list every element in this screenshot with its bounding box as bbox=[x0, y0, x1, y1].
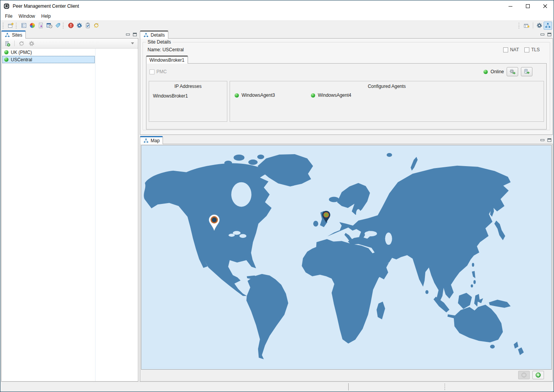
site-details-group-title: Site Details bbox=[146, 39, 173, 45]
report-lightning-icon bbox=[38, 22, 44, 29]
maximize-view-button[interactable] bbox=[546, 31, 553, 38]
clipboard-check-icon bbox=[85, 22, 91, 29]
zoom-in-icon bbox=[535, 372, 541, 378]
menu-file[interactable]: File bbox=[2, 13, 15, 20]
zoom-out-button[interactable] bbox=[518, 371, 530, 379]
broker-status-label: Online bbox=[490, 69, 504, 74]
refresh-button[interactable] bbox=[92, 22, 101, 30]
agent-item[interactable]: WindowsAgent3 bbox=[235, 93, 311, 98]
site-label: UK (PMC) bbox=[11, 50, 32, 55]
broker-panel: PMC Online bbox=[146, 63, 547, 130]
tag-icon bbox=[55, 22, 61, 29]
pmc-checkbox[interactable]: PMC bbox=[149, 69, 167, 74]
toolbar-grip bbox=[63, 23, 65, 29]
minimize-view-button[interactable] bbox=[539, 31, 546, 38]
site-name: Name: USCentral bbox=[148, 47, 184, 52]
form-button[interactable] bbox=[20, 22, 28, 30]
maximize-view-icon bbox=[547, 138, 551, 142]
broker-launch-button[interactable] bbox=[521, 67, 532, 76]
map-panel-body bbox=[140, 144, 553, 382]
broker-settings-button[interactable] bbox=[507, 67, 518, 76]
menubar: File Window Help bbox=[0, 12, 554, 20]
server-arrow-icon bbox=[523, 69, 530, 75]
pmc-checkbox-label: PMC bbox=[156, 69, 167, 74]
agent-item[interactable]: WindowsAgent4 bbox=[311, 93, 387, 98]
pie-chart-button[interactable] bbox=[28, 22, 37, 30]
status-online-icon bbox=[4, 50, 8, 54]
minimize-icon bbox=[508, 4, 513, 8]
status-bar-divider bbox=[348, 383, 349, 390]
pie-chart-icon bbox=[29, 22, 35, 29]
tab-details[interactable]: Details bbox=[140, 30, 168, 39]
view-menu-icon[interactable] bbox=[131, 42, 134, 44]
sites-panel-header: Sites bbox=[1, 30, 138, 39]
maximize-view-icon bbox=[133, 33, 137, 36]
right-column: Details Site Details Name: USCentral bbox=[140, 30, 553, 382]
maximize-icon bbox=[525, 4, 530, 8]
site-row-uscentral[interactable]: USCentral bbox=[2, 56, 95, 63]
world-map-svg[interactable] bbox=[141, 145, 551, 369]
site-label: USCentral bbox=[11, 57, 32, 62]
sites-panel: Sites bbox=[1, 30, 138, 382]
tab-windowsbroker1[interactable]: WindowsBroker1 bbox=[146, 56, 188, 64]
tls-checkbox-box[interactable] bbox=[524, 47, 529, 52]
site-settings-button[interactable] bbox=[27, 40, 36, 47]
details-panel-body: Site Details Name: USCentral NAT TLS bbox=[140, 38, 553, 135]
add-site-button[interactable] bbox=[3, 40, 12, 47]
topology-perspective-button[interactable] bbox=[544, 22, 552, 30]
zoom-in-button[interactable] bbox=[532, 371, 544, 379]
toolbar-grip bbox=[519, 23, 521, 29]
sync-icon bbox=[18, 40, 25, 47]
preferences-button[interactable] bbox=[535, 22, 544, 30]
tab-details-label: Details bbox=[151, 32, 165, 38]
minimize-view-icon bbox=[541, 139, 544, 141]
maximize-view-icon bbox=[547, 33, 551, 36]
minimize-button[interactable] bbox=[502, 0, 519, 12]
agent-label: WindowsAgent4 bbox=[318, 93, 351, 98]
pmc-checkbox-box[interactable] bbox=[149, 69, 154, 74]
maximize-view-button[interactable] bbox=[131, 31, 138, 38]
maximize-button[interactable] bbox=[519, 0, 536, 12]
nat-checkbox[interactable]: NAT bbox=[503, 47, 519, 52]
minimize-view-button[interactable] bbox=[539, 136, 546, 143]
maximize-view-button[interactable] bbox=[546, 136, 553, 143]
topology-icon bbox=[143, 32, 149, 38]
tab-map[interactable]: Map bbox=[140, 136, 163, 144]
tab-map-label: Map bbox=[151, 138, 159, 143]
tag-button[interactable] bbox=[54, 22, 62, 30]
sync-icon bbox=[93, 22, 99, 29]
reconnect-button[interactable] bbox=[17, 40, 26, 47]
status-bar-grip[interactable] bbox=[445, 384, 445, 390]
open-perspective-button[interactable] bbox=[522, 22, 531, 30]
close-button[interactable] bbox=[536, 0, 554, 12]
sites-tree[interactable]: UK (PMC) USCentral bbox=[2, 49, 138, 381]
sites-toolbar bbox=[2, 39, 138, 49]
alert-icon bbox=[68, 22, 74, 29]
calendar-button[interactable] bbox=[45, 22, 54, 30]
minimize-view-button[interactable] bbox=[124, 31, 131, 38]
agents-row: WindowsAgent3 WindowsAgent4 bbox=[230, 93, 544, 98]
map-footer bbox=[141, 370, 552, 380]
tls-checkbox[interactable]: TLS bbox=[524, 47, 540, 52]
map-panel: Map bbox=[140, 136, 553, 382]
broker-top-row: PMC Online bbox=[146, 64, 546, 76]
menu-window[interactable]: Window bbox=[15, 13, 38, 20]
toolbar-grip bbox=[16, 23, 18, 29]
alert-button[interactable] bbox=[67, 22, 75, 30]
nat-checkbox-box[interactable] bbox=[503, 47, 508, 52]
broker-tab-row: WindowsBroker1 bbox=[146, 56, 547, 64]
settings-button[interactable] bbox=[75, 22, 84, 30]
status-bar bbox=[0, 382, 554, 392]
world-map[interactable] bbox=[141, 145, 552, 370]
titlebar: Peer Management Center Client bbox=[0, 0, 554, 12]
minimize-view-icon bbox=[541, 34, 544, 35]
zoom-out-icon bbox=[521, 372, 527, 378]
tasks-button[interactable] bbox=[84, 22, 92, 30]
report-button[interactable] bbox=[37, 22, 45, 30]
new-window-button[interactable] bbox=[7, 22, 15, 30]
ip-addresses-box: IP Addresses WindowsBroker1 bbox=[149, 81, 227, 122]
menu-help[interactable]: Help bbox=[38, 13, 54, 20]
close-icon bbox=[543, 4, 547, 8]
tab-sites[interactable]: Sites bbox=[1, 30, 26, 39]
site-row-uk[interactable]: UK (PMC) bbox=[2, 49, 95, 56]
